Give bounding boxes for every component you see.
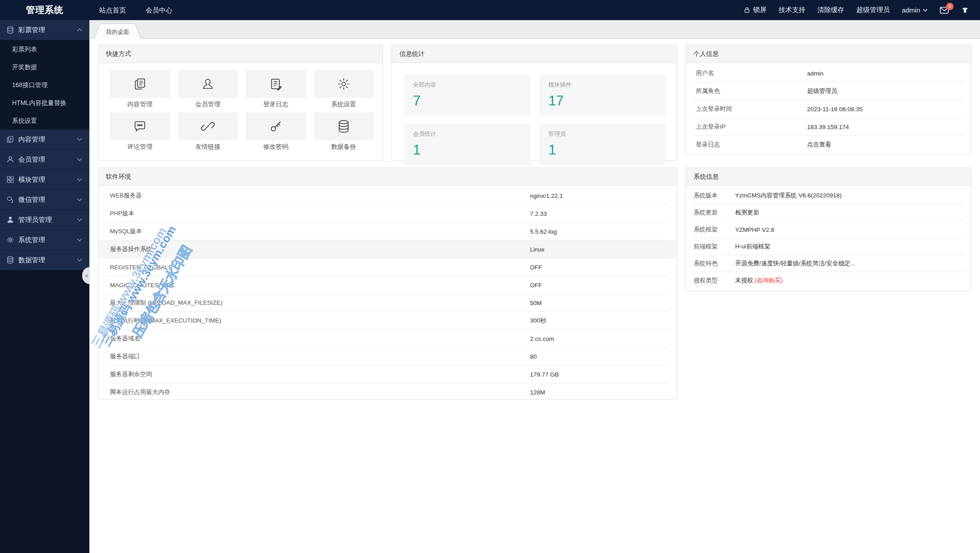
sidebar-item-admins[interactable]: 管理员管理 — [0, 210, 89, 230]
submenu-item-html-replace[interactable]: HTML内容批量替换 — [0, 94, 89, 112]
profile-row-login-log: 登录日志 点击查看 — [686, 136, 971, 154]
topbar: 管理系统 站点首页 会员中心 锁屏 技术支持 清除缓存 超级管理员 admin — [0, 0, 980, 20]
lock-screen-button[interactable]: 锁屏 — [744, 6, 766, 14]
env-row-memory-limit: 脚本运行占用最大内存 128M — [98, 383, 677, 401]
comment-icon — [133, 119, 147, 134]
lock-icon — [744, 7, 750, 13]
app-logo: 管理系统 — [0, 4, 89, 16]
nav-member-center[interactable]: 会员中心 — [136, 0, 182, 20]
database-icon — [6, 26, 14, 34]
profile-row-last-login-ip: 上次登录IP 183.39.159.174 — [686, 118, 971, 136]
env-row-max-execution: 最大执行时间 (MAX_EXECUTION_TIME) 300秒 — [98, 312, 677, 330]
env-row-domain: 服务器域名 2.cs.com — [98, 330, 677, 348]
shortcut-content[interactable]: 内容管理 — [110, 70, 170, 109]
arrow-left-icon: ◀ — [84, 273, 88, 278]
role-label: 超级管理员 — [856, 6, 890, 14]
messages-button[interactable]: 0 — [940, 7, 949, 14]
tech-support-button[interactable]: 技术支持 — [778, 6, 805, 14]
stat-value: 1 — [413, 142, 521, 158]
stat-value: 1 — [548, 142, 656, 158]
database-backup-icon — [336, 119, 351, 134]
sidebar-item-wechat[interactable]: 微信管理 — [0, 190, 89, 210]
system-info-panel: 系统信息 系统版本 YzmCMS内容管理系统 V6.6(20220918) 系统… — [686, 168, 972, 291]
stats-panel-title: 信息统计 — [392, 45, 677, 63]
view-login-log-link[interactable]: 点击查看 — [807, 141, 831, 149]
shortcut-backup[interactable]: 数据备份 — [314, 113, 374, 151]
shortcut-links[interactable]: 友情链接 — [178, 113, 238, 151]
profile-row-last-login-time: 上次登录时间 2023-11-16 06:08:35 — [686, 100, 971, 118]
sidebar-item-system[interactable]: 系统管理 — [0, 230, 89, 250]
submenu-item-168-api[interactable]: 168接口管理 — [0, 76, 89, 94]
chevron-up-icon — [77, 28, 82, 32]
gear-icon — [6, 236, 14, 244]
shortcuts-panel-title: 快捷方式 — [98, 45, 383, 63]
nav-site-home[interactable]: 站点首页 — [89, 0, 136, 20]
shortcut-settings[interactable]: 系统设置 — [314, 70, 374, 109]
key-icon — [269, 119, 283, 134]
sidebar: 彩票管理 彩票列表 开奖数据 168接口管理 HTML内容批量替换 系统设置 内… — [0, 20, 89, 553]
sidebar-item-modules[interactable]: 模块管理 — [0, 170, 89, 190]
env-row-web-server: WEB服务器 nginx/1.22.1 — [98, 187, 677, 205]
login-log-icon — [269, 77, 283, 91]
wechat-icon — [6, 196, 14, 204]
environment-panel: 软件环境 WEB服务器 nginx/1.22.1 PHP版本 7.2.33 My… — [98, 168, 677, 400]
chevron-down-icon — [77, 218, 82, 222]
messages-badge: 0 — [946, 3, 954, 10]
sidebar-submenu-lottery: 彩票列表 开奖数据 168接口管理 HTML内容批量替换 系统设置 — [0, 40, 89, 130]
link-icon — [201, 119, 215, 134]
shortcuts-panel: 快捷方式 内容管理 会员管理 — [98, 45, 383, 161]
sidebar-item-content[interactable]: 内容管理 — [0, 130, 89, 150]
stat-value: 7 — [413, 93, 521, 109]
submenu-item-lottery-list[interactable]: 彩票列表 — [0, 40, 89, 58]
shortcut-password[interactable]: 修改密码 — [246, 113, 306, 151]
environment-panel-title: 软件环境 — [98, 168, 677, 186]
user-icon — [6, 155, 14, 163]
profile-panel: 个人信息 用户名 admin 所属角色 超级管理员 上次登录时间 2023-11… — [686, 45, 972, 155]
stats-panel: 信息统计 全部内容 7 模块插件 17 会员统计 1 管理员 1 — [391, 45, 677, 161]
member-icon — [201, 77, 215, 91]
clear-cache-button[interactable]: 清除缓存 — [817, 6, 844, 14]
env-row-port: 服务器端口 80 — [98, 348, 677, 365]
system-info-panel-title: 系统信息 — [686, 168, 971, 186]
stat-value: 17 — [548, 93, 656, 109]
env-row-magic-quotes: MAGIC_QUOTES_GPC OFF — [98, 276, 677, 294]
stat-card-all-content: 全部内容 7 — [404, 74, 530, 116]
sidebar-item-lottery[interactable]: 彩票管理 — [0, 20, 89, 40]
content: 快捷方式 内容管理 会员管理 — [89, 39, 980, 553]
sidebar-item-data[interactable]: 数据管理 — [0, 250, 89, 270]
submenu-item-draw-data[interactable]: 开奖数据 — [0, 58, 89, 76]
tab-my-desktop[interactable]: 我的桌面 — [94, 23, 141, 39]
main-area: 我的桌面 快捷方式 内容管理 会员管理 — [89, 20, 980, 553]
sys-row-license: 授权类型 未授权(咨询购买) — [686, 272, 971, 289]
top-nav: 站点首页 会员中心 — [89, 0, 182, 20]
shortcut-comments[interactable]: 评论管理 — [110, 113, 170, 151]
buy-license-link[interactable]: (咨询购买) — [755, 277, 783, 284]
chevron-down-icon — [77, 198, 82, 201]
user-dropdown[interactable]: admin — [902, 6, 928, 14]
chevron-down-icon — [77, 138, 82, 141]
submenu-item-system-settings[interactable]: 系统设置 — [0, 112, 89, 130]
env-row-php: PHP版本 7.2.33 — [98, 205, 677, 222]
check-update-link[interactable]: 检测更新 — [735, 209, 759, 217]
env-row-mysql: MySQL版本 5.5.62-log — [98, 222, 677, 240]
content-pages-icon — [133, 77, 147, 91]
sys-row-update: 系统更新 检测更新 — [686, 204, 971, 221]
shortcut-login-log[interactable]: 登录日志 — [246, 70, 306, 109]
profile-row-username: 用户名 admin — [686, 64, 971, 82]
stat-card-members: 会员统计 1 — [404, 123, 530, 165]
sys-row-framework: 系统框架 YZMPHP V2.8 — [686, 221, 971, 238]
stats-grid: 全部内容 7 模块插件 17 会员统计 1 管理员 1 — [392, 63, 677, 176]
env-row-register-globals: REGISTER_GLOBALS OFF — [98, 258, 677, 276]
document-icon — [6, 135, 14, 143]
env-row-disk-free: 服务器剩余空间 179.77 GB — [98, 365, 677, 383]
chevron-down-icon — [77, 238, 82, 242]
sidebar-item-members[interactable]: 会员管理 — [0, 150, 89, 170]
shirt-icon — [961, 6, 969, 14]
chevron-down-icon — [923, 8, 928, 12]
chevron-down-icon — [77, 178, 82, 181]
theme-button[interactable] — [961, 6, 969, 14]
stat-card-admins: 管理员 1 — [539, 123, 665, 165]
data-icon — [6, 256, 14, 264]
shortcut-members[interactable]: 会员管理 — [178, 70, 238, 109]
settings-gear-icon — [336, 77, 351, 91]
